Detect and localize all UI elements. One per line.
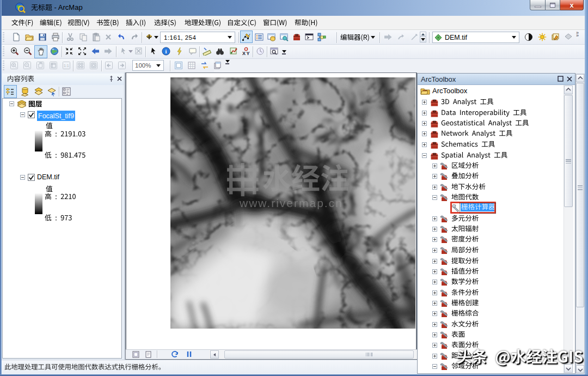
- svg-text:Y: Y: [247, 51, 250, 56]
- svg-text:i: i: [166, 48, 167, 54]
- svg-text:X: X: [242, 51, 246, 56]
- svg-text:www.rivermap.cn: www.rivermap.cn: [239, 197, 343, 209]
- svg-text:1:1: 1:1: [64, 64, 69, 68]
